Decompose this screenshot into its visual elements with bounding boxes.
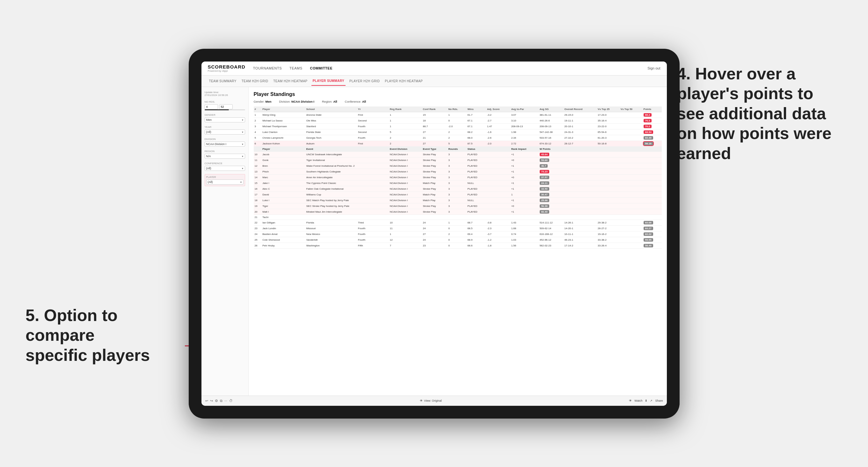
- sidebar-player: Player (All) ▼: [205, 174, 245, 186]
- content-area: Player Standings Gender: Men Division: N…: [249, 87, 667, 396]
- col-yr: Yr: [357, 106, 389, 112]
- col-vs-top50: Vs Top 50: [620, 106, 643, 112]
- subnav-team-h2h-heatmap[interactable]: TEAM H2H HEATMAP: [272, 77, 309, 86]
- tooltip-row: 18 Luke I SEC Match Play hosted by Jerry…: [254, 197, 662, 203]
- table-row: 23 Jack Lundin Missouri Fourth 11 24 0 6…: [254, 225, 662, 231]
- annotation-top-right: 4. Hover over a player's points to see a…: [677, 64, 842, 163]
- clock-icon[interactable]: ⏱: [229, 399, 233, 403]
- tooltip-row: 13 Phich Southern Highlands Collegiate N…: [254, 168, 662, 175]
- standings-title: Player Standings: [254, 92, 662, 97]
- filter-gender: Gender: Men: [254, 100, 272, 103]
- nav-items: TOURNAMENTS TEAMS COMMITTEE: [253, 65, 647, 71]
- share-label[interactable]: Share: [655, 399, 663, 402]
- sidebar-player-select[interactable]: (All): [206, 180, 244, 185]
- sidebar-division: Division NCAA Division I ▼: [205, 138, 245, 147]
- table-row: 21 Tachi: [254, 215, 662, 220]
- standings-table: # Player School Yr Reg Rank Conf Rank No…: [254, 106, 662, 249]
- sidebar-year: Year (All) ▼: [205, 126, 245, 134]
- table-row: 1 Wenyi Ding Arizona State First 1 15 1 …: [254, 112, 662, 118]
- view-original-label[interactable]: View: Original: [424, 399, 441, 402]
- eye-icon: 👁: [420, 399, 423, 402]
- sidebar-update: Update time: 27/01/2024 16:56:26: [205, 91, 245, 97]
- tooltip-row: 20 Matt I Mirabel Maui Jim Intercollegia…: [254, 209, 662, 215]
- sidebar-gender-select[interactable]: Men: [205, 117, 245, 122]
- sidebar-region-select[interactable]: N/A: [205, 154, 245, 159]
- sidebar: Update time: 27/01/2024 16:56:26 No Rds.…: [202, 87, 249, 396]
- col-rank: #: [254, 106, 262, 112]
- sub-nav: TEAM SUMMARY TEAM H2H GRID TEAM H2H HEAT…: [202, 75, 667, 87]
- table-row: 26 Petr Hruby Washington Fifth 7 23 0 68…: [254, 243, 662, 248]
- col-adj-score: Adj. Score: [486, 106, 510, 112]
- filter-region: Region: All: [322, 100, 337, 103]
- col-reg-rank: Reg Rank: [389, 106, 422, 112]
- sidebar-year-wrapper: (All) ▼: [205, 129, 245, 134]
- sidebar-range[interactable]: [205, 110, 245, 110]
- top-nav: SCOREBOARD Powered by clippi TOURNAMENTS…: [202, 62, 667, 75]
- col-conf-rank: Conf Rank: [422, 106, 447, 112]
- col-no-rds: No Rds.: [447, 106, 466, 112]
- col-avg-sg: Avg SG: [539, 106, 564, 112]
- sidebar-conference-wrapper: (All) ▼: [205, 166, 245, 171]
- table-row: 24 Bastien Amat New Mexico Fourth 1 27 2…: [254, 231, 662, 237]
- nav-sign-out[interactable]: Sign out: [647, 66, 660, 70]
- redo-icon[interactable]: ↪: [210, 399, 213, 403]
- nav-committee[interactable]: COMMITTEE: [310, 65, 333, 71]
- col-points: Points: [643, 106, 662, 112]
- tooltip-header-row: Player Event Event Division Event Type R…: [254, 146, 662, 151]
- copy-icon[interactable]: ⧉: [220, 399, 222, 403]
- subnav-player-summary[interactable]: PLAYER SUMMARY: [311, 76, 345, 86]
- undo-icon[interactable]: ↩: [205, 399, 208, 403]
- tooltip-row: 11 Gonk Tiger Invitational NCAA Division…: [254, 157, 662, 163]
- sidebar-conference-label: Conference: [205, 162, 245, 165]
- share-icon: ↗: [650, 399, 652, 402]
- tooltip-row: 17 David Williams Cup NCAA Division I Ma…: [254, 192, 662, 197]
- col-wins: Wins: [467, 106, 486, 112]
- sidebar-gender: Gender Men ▼: [205, 114, 245, 122]
- logo-area: SCOREBOARD Powered by clippi: [208, 64, 245, 72]
- sidebar-conference-select[interactable]: (All): [205, 166, 245, 171]
- tooltip-row: 14 Marc Amer An Intercollegiate NCAA Div…: [254, 175, 662, 180]
- logo-sub: Powered by clippi: [208, 69, 245, 72]
- sidebar-division-select[interactable]: NCAA Division I: [205, 142, 245, 147]
- col-overall: Overall Record: [564, 106, 597, 112]
- table-row: 5 Christo Lamprecht Georgia Tech Fourth …: [254, 135, 662, 141]
- filters-row: Gender: Men Division: NCAA Division I Re…: [254, 100, 662, 103]
- sidebar-year-label: Year: [205, 126, 245, 128]
- sidebar-gender-label: Gender: [205, 114, 245, 116]
- subnav-team-summary[interactable]: TEAM SUMMARY: [208, 77, 238, 86]
- col-avg-topar: Avg to-Par: [510, 106, 539, 112]
- sidebar-region-label: Region: [205, 150, 245, 153]
- download-icon[interactable]: ⬇: [645, 399, 647, 402]
- logo-text: SCOREBOARD: [208, 64, 245, 69]
- subnav-player-h2h-grid[interactable]: PLAYER H2H GRID: [348, 77, 381, 86]
- tooltip-row: 19 Tiger SEC Stroke Play hosted by Jerry…: [254, 203, 662, 209]
- nav-teams[interactable]: TEAMS: [289, 65, 302, 71]
- more-icon[interactable]: ···: [224, 399, 227, 403]
- subnav-player-h2h-heatmap[interactable]: PLAYER H2H HEATMAP: [383, 77, 424, 86]
- tooltip-row: 16 Alex C Fallen Oak Collegiate Invitati…: [254, 186, 662, 192]
- sidebar-conference: Conference (All) ▼: [205, 162, 245, 171]
- table-row: 3 Michael Thorbjornsen Stanford Fourth 1…: [254, 123, 662, 129]
- settings-icon[interactable]: ⚙: [215, 399, 218, 403]
- sidebar-year-select[interactable]: (All): [205, 129, 245, 134]
- col-school: School: [305, 106, 357, 112]
- table-row: 2 Michael La Sasso Ole Miss Second 1 18 …: [254, 118, 662, 123]
- sidebar-player-wrapper: (All) ▼: [206, 180, 244, 185]
- bottom-toolbar: ↩ ↪ ⚙ ⧉ ··· ⏱ 👁 View: Original 👁 Watch ⬇…: [202, 396, 667, 406]
- table-row: 22 Ian Gilligan Florida Third 10 24 1 68…: [254, 220, 662, 225]
- sidebar-no-rds-min[interactable]: [205, 104, 218, 110]
- annotation-bottom-left: 5. Option to compare specific players: [26, 305, 153, 365]
- sidebar-gender-wrapper: Men ▼: [205, 117, 245, 122]
- subnav-team-h2h-grid[interactable]: TEAM H2H GRID: [240, 77, 270, 86]
- sidebar-no-rds-max[interactable]: [219, 104, 233, 110]
- watch-label[interactable]: Watch: [634, 399, 642, 402]
- sidebar-no-rds: No Rds.: [205, 100, 245, 110]
- tooltip-row: 15 Jake I The Cypress Point Classic NCAA…: [254, 180, 662, 186]
- nav-tournaments[interactable]: TOURNAMENTS: [253, 65, 282, 71]
- sidebar-division-label: Division: [205, 138, 245, 141]
- tablet-screen: SCOREBOARD Powered by clippi TOURNAMENTS…: [202, 62, 667, 406]
- table-header-row: # Player School Yr Reg Rank Conf Rank No…: [254, 106, 662, 112]
- table-row-hovered: 6 Jackson Kohon Auburn First 2 27 5 87.5…: [254, 141, 662, 146]
- filter-conference: Conference: All: [345, 100, 366, 103]
- sidebar-region: Region N/A ▼: [205, 150, 245, 159]
